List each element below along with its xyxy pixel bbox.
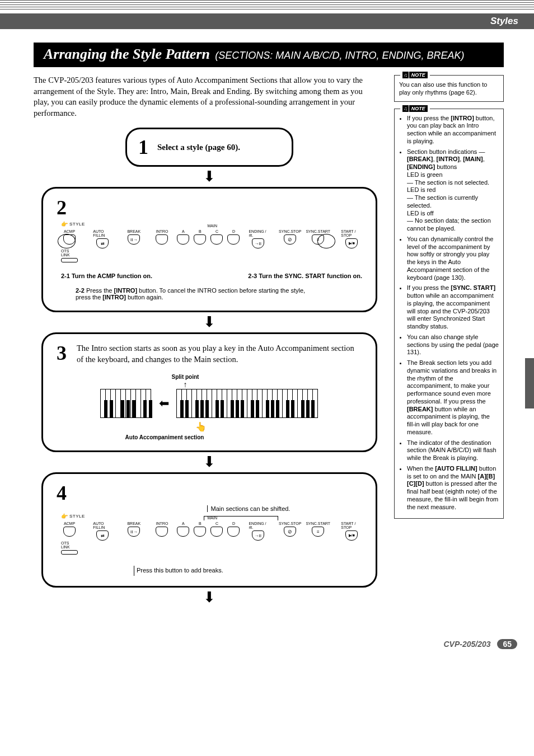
auto-accomp-section-label: Auto Accompaniment section <box>57 434 273 440</box>
button-otslink[interactable] <box>61 258 78 262</box>
note-label-2: NOTE <box>409 105 428 112</box>
button-syncstart-4[interactable]: ≡ <box>312 527 324 537</box>
button-main-a-4[interactable] <box>177 527 189 537</box>
button-break-4[interactable]: II→ <box>128 527 140 537</box>
callout-2-1-text: Turn the ACMP function on. <box>72 273 152 279</box>
step-3-box: 3 The Intro section starts as soon as yo… <box>41 332 377 452</box>
button-ending[interactable]: →II <box>252 238 264 248</box>
page-number-badge: 65 <box>497 639 517 649</box>
keyboard-full <box>175 389 320 418</box>
step-4-number: 4 <box>57 483 67 503</box>
note-2-item: If you press the [SYNC. START] button wh… <box>407 284 499 331</box>
label-intro: INTRO <box>156 229 168 233</box>
note-icon: ♫ <box>402 72 409 78</box>
button-startstop-4[interactable]: ▶/■ <box>345 530 358 541</box>
arrow-left-icon: ⬅ <box>159 396 169 411</box>
button-acmp-4[interactable] <box>63 527 76 537</box>
hand-icon-2: 👉 <box>61 513 68 519</box>
callout-2-1-num: 2-1 <box>61 273 70 279</box>
header-category: Styles <box>0 13 534 29</box>
arrow-down-icon-2: ⬇ <box>34 314 385 329</box>
note-label-1: NOTE <box>409 72 428 78</box>
circle-syncstart <box>317 234 335 248</box>
note-box-2: ♫NOTE If you press the [INTRO] button, y… <box>394 109 504 519</box>
callout-2-3: 2-3 Turn the SYNC. START function on. <box>248 273 362 279</box>
label-break: BREAK <box>127 229 140 233</box>
label-startstop: START / STOP <box>341 229 362 237</box>
arrow-down-icon-4: ⬇ <box>34 590 385 604</box>
note-box-1: ♫NOTE You can also use this function to … <box>394 75 504 102</box>
label-ending: ENDING / rit. <box>249 229 267 237</box>
note-2-item: You can dynamically control the level of… <box>407 236 499 282</box>
note-1-text: You can also use this function to play o… <box>399 81 499 97</box>
breaks-callout: Press this button to add breaks. <box>134 566 362 576</box>
title-main: Arranging the Style Pattern <box>44 46 210 62</box>
note-2-item: The indicator of the destination section… <box>407 439 499 462</box>
label-b: B <box>199 229 202 233</box>
footer-model: CVP-205/203 <box>443 640 490 649</box>
button-main-c-4[interactable] <box>210 527 223 537</box>
label-c: C <box>216 229 218 233</box>
button-break[interactable]: II→ <box>128 234 140 245</box>
hand-press-icon: 👆 <box>195 421 207 432</box>
note-2-list: If you press the [INTRO] button, you can… <box>399 115 499 511</box>
page-footer: CVP-205/203 65 <box>0 639 534 649</box>
button-syncstop[interactable]: ⊘ <box>284 234 296 245</box>
side-tab <box>525 358 534 408</box>
button-ending-4[interactable]: →II <box>252 530 264 541</box>
split-point-label: Split point <box>152 374 219 380</box>
callout-2-3-num: 2-3 <box>248 273 257 279</box>
decorative-top-lines <box>0 0 534 11</box>
arrow-down-icon: ⬇ <box>34 169 385 184</box>
button-main-c[interactable] <box>210 234 223 245</box>
label-otslink: OTS LINK <box>61 249 78 257</box>
arrow-down-icon-3: ⬇ <box>34 454 385 469</box>
step-2-number: 2 <box>57 198 67 218</box>
label-acmp: ACMP <box>64 229 75 233</box>
label-a: A <box>182 229 185 233</box>
callout-2-1: 2-1 Turn the ACMP function on. <box>61 273 152 279</box>
note-2-item: The Break section lets you add dynamic v… <box>407 359 499 436</box>
section-title: Arranging the Style Pattern (SECTIONS: M… <box>34 43 504 67</box>
button-startstop[interactable]: ▶/■ <box>345 238 358 248</box>
step-3-text: The Intro section starts as soon as you … <box>77 343 362 365</box>
note-2-item: If you press the [INTRO] button, you can… <box>407 115 499 145</box>
step-1-number: 1 <box>138 137 148 157</box>
step-2-box: 2 👉 STYLE ACMPOTS LINK AUTO FILLIN⇄ <box>41 187 377 312</box>
callout-2-3-text: Turn the SYNC. START function on. <box>259 273 362 279</box>
intro-paragraph: The CVP-205/203 features various types o… <box>34 75 375 119</box>
label-syncstart: SYNC.START <box>306 229 330 233</box>
button-syncstop-4[interactable]: ⊘ <box>284 527 296 537</box>
style-section-label: STYLE <box>69 222 85 227</box>
button-otslink-4[interactable] <box>61 550 78 555</box>
hand-icon: 👉 <box>61 221 68 227</box>
callout-2-2-num: 2-2 <box>76 287 85 294</box>
button-main-d-4[interactable] <box>227 527 240 537</box>
label-d: D <box>232 229 235 233</box>
step-1-text: Select a style (page 60). <box>157 143 240 152</box>
keyboard-left <box>99 389 153 418</box>
main-shift-callout: Main sections can be shifted. <box>135 505 362 512</box>
button-main-b[interactable] <box>194 234 206 245</box>
button-autofill[interactable]: ⇄ <box>96 238 109 248</box>
step-3-number: 3 <box>57 343 67 363</box>
arrow-up-icon: ↑ <box>152 380 219 389</box>
callout-2-2: 2-2 Press the [INTRO] button. To cancel … <box>76 287 316 300</box>
step-1-box: 1 Select a style (page 60). <box>125 128 293 167</box>
note-icon-2: ♫ <box>402 105 409 112</box>
button-autofill-4[interactable]: ⇄ <box>96 530 109 541</box>
note-2-item: You can also change style sections by us… <box>407 334 499 356</box>
button-intro-4[interactable] <box>156 527 168 537</box>
button-main-b-4[interactable] <box>194 527 206 537</box>
label-main: MAIN <box>207 224 217 228</box>
label-syncstop: SYNC.STOP <box>279 229 301 233</box>
style-section-label-4: STYLE <box>69 514 85 519</box>
button-main-a[interactable] <box>177 234 189 245</box>
button-intro[interactable] <box>156 234 168 245</box>
note-2-item: Section button indications — [BREAK], [I… <box>407 148 499 233</box>
button-panel-4: ACMPOTS LINK AUTO FILLIN⇄ BREAKII→ INTRO… <box>61 522 362 555</box>
step-4-box: 4 Main sections can be shifted. 👉 STYLE … <box>41 472 377 588</box>
button-main-d[interactable] <box>227 234 240 245</box>
note-2-item: When the [AUTO FILLIN] button is set to … <box>407 465 499 511</box>
label-autofill: AUTO FILLIN <box>93 229 112 237</box>
